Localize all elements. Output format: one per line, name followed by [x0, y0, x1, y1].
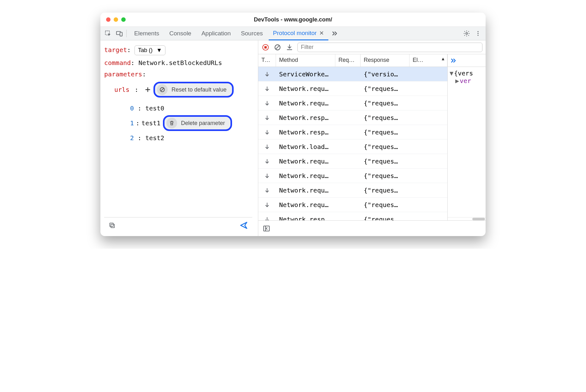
direction-icon	[258, 217, 276, 221]
tab-elements[interactable]: Elements	[130, 27, 164, 40]
svg-point-3	[466, 33, 468, 34]
command-key: command	[104, 59, 131, 67]
download-icon[interactable]	[285, 43, 294, 51]
svg-point-6	[477, 35, 478, 36]
trash-icon	[166, 118, 177, 128]
direction-icon	[258, 202, 276, 208]
tree-child[interactable]: ▶ver	[450, 77, 484, 85]
table-row[interactable]: Network.reque…{"reques…	[258, 183, 447, 198]
table-row[interactable]: Network.respo…{"reques…	[258, 110, 447, 125]
col-response[interactable]: Response	[361, 54, 410, 67]
item-value[interactable]: test0	[145, 104, 164, 112]
right-pane-footer	[258, 220, 486, 236]
response-cell: {"reques…	[361, 143, 410, 151]
col-type[interactable]: Type	[258, 54, 276, 67]
table-row[interactable]: Network.respo…{"reques…	[258, 212, 447, 220]
events-table: Type Method Requ… Response El…▲ ServiceW…	[258, 54, 448, 220]
detail-tabs	[448, 54, 486, 67]
svg-point-4	[477, 31, 478, 32]
table-row[interactable]: Network.reque…{"reques…	[258, 169, 447, 183]
close-window-button[interactable]	[106, 17, 111, 22]
tab-protocol-monitor[interactable]: Protocol monitor ✕	[269, 27, 328, 40]
sort-indicator-icon: ▲	[441, 56, 445, 61]
direction-icon	[258, 71, 276, 77]
maximize-window-button[interactable]	[121, 17, 126, 22]
minimize-window-button[interactable]	[114, 17, 118, 22]
table-row[interactable]: Network.reque…{"reques…	[258, 198, 447, 212]
tab-label: Elements	[134, 30, 159, 37]
toggle-drawer-icon[interactable]	[263, 225, 270, 232]
direction-icon	[258, 86, 276, 92]
table-row[interactable]: Network.reque…{"reques…	[258, 81, 447, 96]
command-value: Network.setBlockedURLs	[138, 59, 222, 67]
send-button[interactable]	[240, 221, 248, 229]
more-tabs-icon[interactable]	[330, 28, 340, 39]
table-row[interactable]: Network.respo…{"reques…	[258, 125, 447, 140]
horizontal-scrollbar[interactable]	[448, 217, 486, 220]
clear-icon[interactable]	[273, 43, 282, 51]
tab-sources[interactable]: Sources	[236, 27, 267, 40]
method-cell: Network.respo…	[276, 128, 335, 136]
table-row[interactable]: Network.reque…{"reques…	[258, 96, 447, 110]
tab-label: Console	[169, 30, 191, 37]
table-row[interactable]: Network.reque…{"reques…	[258, 154, 447, 169]
inspect-element-icon[interactable]	[103, 28, 113, 39]
item-index: 1	[130, 119, 134, 127]
reset-callout[interactable]: Reset to default value	[153, 82, 234, 98]
direction-icon	[258, 187, 276, 193]
tab-label: Application	[201, 30, 231, 37]
add-item-button[interactable]	[143, 85, 152, 94]
tab-label: Protocol monitor	[273, 30, 317, 37]
main-area: target: Tab () ▼ command: Network.setBlo…	[100, 40, 486, 236]
delete-callout[interactable]: Delete parameter	[163, 115, 232, 131]
target-row: target: Tab () ▼	[104, 45, 252, 55]
close-tab-icon[interactable]: ✕	[319, 30, 324, 37]
direction-icon	[258, 129, 276, 135]
filter-input[interactable]	[297, 43, 482, 52]
parameters-row: parameters:	[104, 70, 252, 78]
tab-label: Sources	[241, 30, 263, 37]
method-cell: Network.reque…	[276, 172, 335, 180]
direction-icon	[258, 100, 276, 106]
svg-rect-12	[264, 46, 266, 48]
response-cell: {"reques…	[361, 172, 410, 180]
direction-icon	[258, 173, 276, 179]
kebab-menu-icon[interactable]	[473, 28, 483, 39]
col-request[interactable]: Requ…	[335, 54, 361, 67]
tab-application[interactable]: Application	[197, 27, 235, 40]
target-select[interactable]: Tab () ▼	[135, 45, 165, 55]
settings-icon[interactable]	[462, 28, 472, 39]
table-body: ServiceWorker…{"versio…Network.reque…{"r…	[258, 67, 447, 220]
tabstrip-divider	[126, 30, 127, 37]
col-method[interactable]: Method	[276, 54, 335, 67]
chevron-down-icon: ▼	[156, 47, 162, 54]
method-cell: Network.reque…	[276, 157, 335, 165]
detail-body: ▼{vers ▶ver	[448, 67, 486, 86]
svg-line-14	[276, 45, 279, 49]
device-toolbar-icon[interactable]	[114, 28, 124, 39]
devtools-window: DevTools - www.google.com/ Elements Cons…	[100, 13, 486, 236]
delete-label: Delete parameter	[181, 120, 225, 127]
tab-console[interactable]: Console	[165, 27, 196, 40]
svg-line-8	[161, 88, 164, 91]
more-tabs-icon[interactable]	[450, 57, 457, 64]
titlebar: DevTools - www.google.com/	[100, 13, 486, 27]
devtools-tabstrip: Elements Console Application Sources Pro…	[100, 27, 486, 40]
table-row[interactable]: Network.loadi…{"reques…	[258, 140, 447, 154]
method-cell: Network.reque…	[276, 99, 335, 107]
tree-root[interactable]: ▼{vers	[450, 69, 484, 77]
svg-rect-2	[120, 32, 122, 36]
table-row[interactable]: ServiceWorker…{"versio…	[258, 67, 447, 81]
response-cell: {"reques…	[361, 216, 410, 221]
table-header: Type Method Requ… Response El…▲	[258, 54, 447, 67]
response-cell: {"reques…	[361, 128, 410, 136]
method-cell: ServiceWorker…	[276, 70, 335, 78]
item-value[interactable]: test2	[145, 134, 164, 142]
col-elapsed[interactable]: El…▲	[410, 54, 447, 67]
direction-icon	[258, 158, 276, 164]
item-value[interactable]: test1	[141, 119, 160, 127]
detail-pane: ▼{vers ▶ver	[448, 54, 486, 220]
array-item-2: 2 : test2	[130, 134, 252, 142]
record-stop-icon[interactable]	[261, 43, 270, 51]
copy-icon[interactable]	[109, 222, 116, 229]
